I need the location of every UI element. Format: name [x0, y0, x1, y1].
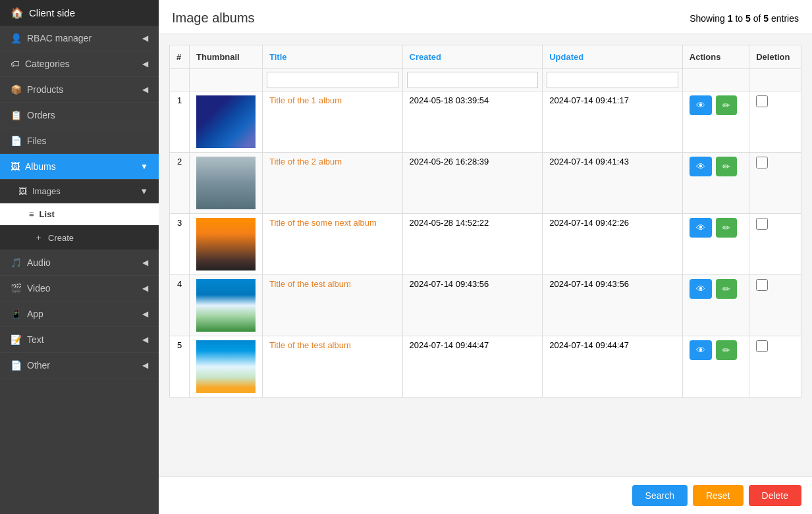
sidebar-item-video[interactable]: 🎬 Video ◀: [0, 276, 159, 301]
row-updated: 2024-07-14 09:43:56: [543, 275, 683, 336]
chevron-icon: ◀: [142, 59, 148, 68]
page-title: Image albums: [172, 11, 255, 26]
row-num: 1: [170, 91, 190, 153]
row-deletion: [749, 91, 801, 153]
title-link[interactable]: Title of the some next album: [269, 218, 377, 228]
sidebar-sub-sub-images: ≡ List ＋ Create: [0, 203, 159, 250]
view-button[interactable]: 👁: [690, 279, 712, 299]
row-deletion: [749, 275, 801, 336]
sidebar-item-orders[interactable]: 📋 Orders: [0, 103, 159, 128]
edit-button[interactable]: ✏: [716, 95, 737, 115]
table-container: # Thumbnail Title Created Updated Action…: [159, 34, 812, 476]
table-row: 5 Title of the test album 2024-07-14 09:…: [170, 336, 801, 398]
sidebar-item-rbac-manager[interactable]: 👤 RBAC manager ◀: [0, 26, 159, 51]
filter-num: [170, 69, 190, 91]
sidebar-item-albums[interactable]: 🖼 Albums ▼: [0, 154, 159, 180]
rbac-icon: 👤: [11, 33, 22, 43]
view-button[interactable]: 👁: [690, 157, 712, 176]
row-thumb: [190, 91, 263, 153]
sidebar-sub-sub-list[interactable]: ≡ List: [0, 203, 159, 226]
eye-icon: 👁: [696, 161, 705, 172]
create-icon: ＋: [34, 232, 43, 244]
title-link[interactable]: Title of the 1 album: [269, 95, 342, 105]
row-deletion: [749, 336, 801, 398]
chevron-icon: ◀: [142, 284, 148, 293]
sidebar: 🏠 Client side 👤 RBAC manager ◀ 🏷 Categor…: [0, 0, 159, 514]
title-link[interactable]: Title of the 2 album: [269, 157, 342, 167]
filter-created-input[interactable]: [407, 72, 539, 88]
sidebar-item-other[interactable]: 📄 Other ◀: [0, 353, 159, 378]
video-icon: 🎬: [11, 283, 22, 294]
sidebar-sub-item-label: Images: [32, 186, 61, 196]
row-num: 4: [170, 275, 190, 336]
thumbnail-image: [196, 157, 256, 209]
row-deletion: [749, 153, 801, 214]
filter-updated-cell: [543, 69, 683, 91]
reset-button[interactable]: Reset: [693, 485, 744, 506]
col-updated[interactable]: Updated: [543, 45, 683, 69]
actions-cell: 👁 ✏: [690, 95, 742, 115]
audio-icon: 🎵: [11, 257, 22, 268]
row-thumb: [190, 336, 263, 398]
view-button[interactable]: 👁: [690, 340, 712, 360]
sidebar-item-categories[interactable]: 🏷 Categories ◀: [0, 51, 159, 77]
sidebar-item-label: Albums: [25, 161, 56, 172]
other-icon: 📄: [11, 360, 22, 371]
sidebar-item-files[interactable]: 📄 Files: [0, 128, 159, 154]
sidebar-header[interactable]: 🏠 Client side: [0, 0, 159, 26]
title-link[interactable]: Title of the test album: [269, 279, 351, 289]
text-icon: 📝: [11, 334, 22, 345]
search-button[interactable]: Search: [632, 485, 688, 506]
filter-title-input[interactable]: [267, 72, 398, 88]
edit-button[interactable]: ✏: [716, 157, 737, 176]
row-actions: 👁 ✏: [682, 275, 749, 336]
sidebar-create-item[interactable]: ＋ Create: [0, 226, 159, 250]
row-updated: 2024-07-14 09:41:43: [543, 153, 683, 214]
filter-deletion: [749, 69, 801, 91]
row-title: Title of the 2 album: [263, 153, 403, 214]
sidebar-sub-albums: 🖼 Images ▼ ≡ List ＋ Create: [0, 180, 159, 250]
chevron-icon: ◀: [142, 361, 148, 370]
filter-updated-input[interactable]: [547, 72, 678, 88]
row-actions: 👁 ✏: [682, 153, 749, 214]
home-icon: 🏠: [11, 7, 24, 19]
edit-button[interactable]: ✏: [716, 218, 737, 238]
chevron-icon: ◀: [142, 335, 148, 344]
delete-checkbox[interactable]: [756, 340, 768, 352]
sidebar-item-products[interactable]: 📦 Products ◀: [0, 77, 159, 103]
sidebar-item-label: Categories: [25, 59, 70, 69]
filter-title-cell: [263, 69, 403, 91]
col-title[interactable]: Title: [263, 45, 403, 69]
row-num: 5: [170, 336, 190, 398]
thumbnail-image: [196, 218, 256, 270]
table-row: 2 Title of the 2 album 2024-05-26 16:28:…: [170, 153, 801, 214]
view-button[interactable]: 👁: [690, 95, 712, 115]
delete-button[interactable]: Delete: [749, 485, 801, 506]
sidebar-item-app[interactable]: 📱 App ◀: [0, 301, 159, 327]
sidebar-item-label: Files: [27, 136, 47, 146]
actions-cell: 👁 ✏: [690, 157, 742, 176]
main-header: Image albums Showing 1 to 5 of 5 entries: [159, 0, 812, 34]
row-updated: 2024-07-14 09:41:17: [543, 91, 683, 153]
main-content: Image albums Showing 1 to 5 of 5 entries…: [159, 0, 812, 514]
thumbnail-image: [196, 95, 256, 148]
delete-checkbox[interactable]: [756, 279, 768, 291]
files-icon: 📄: [11, 136, 22, 146]
delete-checkbox[interactable]: [756, 157, 768, 168]
delete-checkbox[interactable]: [756, 95, 768, 107]
table-row: 4 Title of the test album 2024-07-14 09:…: [170, 275, 801, 336]
sidebar-item-audio[interactable]: 🎵 Audio ◀: [0, 250, 159, 276]
delete-checkbox[interactable]: [756, 218, 768, 230]
sidebar-sub-item-images[interactable]: 🖼 Images ▼: [0, 180, 159, 203]
sidebar-item-text[interactable]: 📝 Text ◀: [0, 327, 159, 353]
title-link[interactable]: Title of the test album: [269, 340, 351, 350]
eye-icon: 👁: [696, 222, 705, 233]
showing-text: Showing 1 to 5 of 5 entries: [690, 13, 799, 24]
edit-button[interactable]: ✏: [716, 279, 737, 299]
sidebar-item-label: App: [27, 309, 43, 319]
edit-button[interactable]: ✏: [716, 340, 737, 360]
sidebar-header-label: Client side: [29, 7, 75, 18]
col-created[interactable]: Created: [402, 45, 543, 69]
list-icon: ≡: [29, 209, 34, 219]
view-button[interactable]: 👁: [690, 218, 712, 238]
